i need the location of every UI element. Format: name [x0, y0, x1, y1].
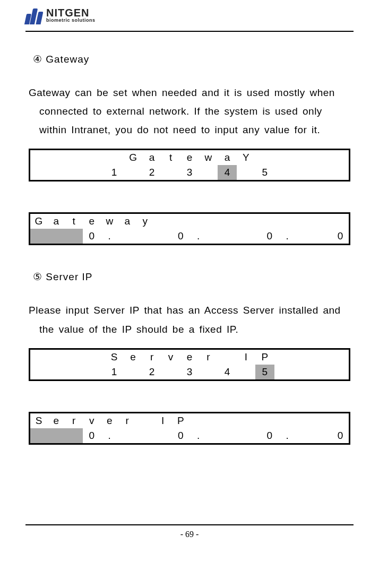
lcd-cell	[86, 349, 105, 365]
lcd-cell	[237, 365, 255, 381]
lcd-cell: r	[199, 349, 218, 365]
lcd-cell: 1	[105, 165, 123, 181]
lcd-cell: 0	[261, 428, 279, 444]
lcd-cell	[118, 229, 136, 245]
lcd-cell: .	[190, 229, 208, 245]
lcd-cell	[86, 165, 105, 181]
lcd-cell: .	[190, 428, 208, 444]
lcd-cell: I	[154, 412, 172, 428]
lcd-cell: v	[83, 412, 101, 428]
lcd-cell: y	[136, 213, 154, 229]
lcd-cell	[161, 165, 180, 181]
lcd-cell	[293, 365, 312, 381]
lcd-cell	[67, 150, 85, 166]
lcd-cell: .	[279, 229, 297, 245]
lcd-cell	[30, 428, 48, 444]
lcd-cell: e	[180, 150, 199, 166]
lcd-cell	[86, 365, 105, 381]
lcd-cell: 3	[180, 365, 199, 381]
lcd-cell: P	[172, 412, 190, 428]
lcd-cell: a	[218, 150, 236, 166]
lcd-cell	[293, 165, 312, 181]
lcd-cell	[161, 365, 180, 381]
serverip-description: Please input Server IP that has an Acces…	[29, 301, 350, 338]
lcd-cell	[118, 428, 136, 444]
lcd-cell	[314, 412, 332, 428]
lcd-cell	[312, 150, 331, 166]
lcd-cell: 0	[83, 229, 101, 245]
lcd-cell	[65, 229, 83, 245]
para-line: Gateway can be set when needed and it is…	[29, 87, 335, 98]
lcd-cell: Y	[237, 150, 255, 166]
lcd-cell	[279, 213, 297, 229]
lcd-cell	[312, 349, 331, 365]
lcd-cell: 0	[332, 428, 350, 444]
lcd-cell	[225, 412, 243, 428]
lcd-cell	[331, 150, 350, 166]
lcd-cell	[199, 165, 218, 181]
lcd-cell	[67, 365, 85, 381]
lcd-cell	[124, 165, 142, 181]
lcd-cell: r	[142, 349, 161, 365]
lcd-cell	[208, 428, 226, 444]
lcd-cell: e	[180, 349, 199, 365]
lcd-cell: G	[30, 213, 48, 229]
para-line: within Intranet, you do not need to inpu…	[29, 120, 350, 139]
lcd-cell	[237, 165, 255, 181]
lcd-cell	[30, 229, 48, 245]
lcd-cell: 0	[83, 428, 101, 444]
para-line: the value of the IP should be a fixed IP…	[29, 320, 350, 339]
lcd-cell	[312, 365, 331, 381]
lcd-cell: e	[83, 213, 101, 229]
page-number: - 69 -	[25, 525, 354, 539]
lcd-cell	[190, 412, 208, 428]
lcd-cell: 0	[332, 229, 350, 245]
lcd-cell	[172, 213, 190, 229]
lcd-cell	[274, 150, 293, 166]
lcd-cell: v	[161, 349, 180, 365]
lcd-cell	[274, 365, 293, 381]
lcd-cell	[243, 229, 261, 245]
lcd-cell: t	[65, 213, 83, 229]
logo-text: NITGEN biometric solutions	[46, 6, 96, 23]
lcd-cell	[67, 165, 85, 181]
lcd-cell	[293, 349, 312, 365]
lcd-cell	[331, 365, 350, 381]
lcd-cell: 5	[255, 165, 274, 181]
lcd-cell: S	[30, 412, 48, 428]
brand-tagline: biometric solutions	[46, 18, 96, 23]
lcd-cell	[243, 412, 261, 428]
section-4-title: ④ Gateway	[33, 53, 350, 65]
lcd-cell	[124, 365, 142, 381]
lcd-cell: r	[118, 412, 136, 428]
lcd-cell	[293, 150, 312, 166]
lcd-cell	[331, 349, 350, 365]
lcd-cell: a	[142, 150, 161, 166]
lcd-cell	[47, 229, 65, 245]
lcd-cell	[296, 412, 314, 428]
lcd-cell	[154, 428, 172, 444]
lcd-cell: 0	[172, 229, 190, 245]
lcd-cell	[30, 150, 48, 166]
lcd-cell	[30, 365, 48, 381]
lcd-cell	[136, 229, 154, 245]
lcd-cell: r	[65, 412, 83, 428]
lcd-cell: 5	[255, 365, 274, 381]
serverip-menu-lcd: ServerIP12345	[29, 348, 350, 381]
lcd-cell	[30, 165, 48, 181]
lcd-cell	[208, 229, 226, 245]
lcd-cell	[208, 412, 226, 428]
lcd-cell: 4	[218, 165, 236, 181]
brand-header: NITGEN biometric solutions	[25, 6, 354, 31]
lcd-cell	[65, 428, 83, 444]
lcd-cell: .	[279, 428, 297, 444]
lcd-cell: 2	[142, 165, 161, 181]
gateway-description: Gateway can be set when needed and it is…	[29, 83, 350, 139]
lcd-cell: w	[101, 213, 119, 229]
lcd-cell	[312, 165, 331, 181]
lcd-cell	[225, 229, 243, 245]
lcd-cell	[225, 213, 243, 229]
lcd-cell	[105, 150, 123, 166]
lcd-cell	[47, 428, 65, 444]
lcd-cell: 2	[142, 365, 161, 381]
